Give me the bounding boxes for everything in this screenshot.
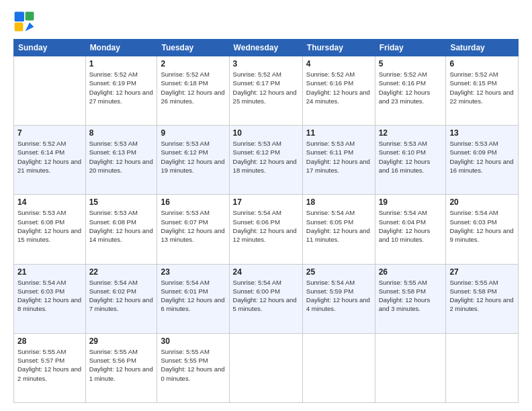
daylight-text: Daylight: 12 hours and 1 minute. xyxy=(89,365,154,383)
calendar-cell: 29 Sunrise: 5:55 AM Sunset: 5:56 PM Dayl… xyxy=(85,333,157,402)
calendar-cell: 24 Sunrise: 5:54 AM Sunset: 6:00 PM Dayl… xyxy=(229,264,302,333)
sunrise-text: Sunrise: 5:54 AM xyxy=(449,208,515,217)
sunrise-text: Sunrise: 5:54 AM xyxy=(379,208,443,217)
daylight-text: Daylight: 12 hours and 4 minutes. xyxy=(306,295,371,314)
calendar-week-0: 1 Sunrise: 5:52 AM Sunset: 6:19 PM Dayli… xyxy=(14,56,519,126)
col-header-saturday: Saturday xyxy=(446,40,519,56)
day-info: Sunrise: 5:54 AM Sunset: 6:04 PM Dayligh… xyxy=(379,208,443,244)
day-number: 7 xyxy=(17,128,82,138)
calendar-cell: 6 Sunrise: 5:52 AM Sunset: 6:15 PM Dayli… xyxy=(446,56,519,126)
daylight-text: Daylight: 12 hours and 3 minutes. xyxy=(379,295,443,314)
daylight-text: Daylight: 12 hours and 12 minutes. xyxy=(233,226,299,244)
day-info: Sunrise: 5:55 AM Sunset: 5:57 PM Dayligh… xyxy=(17,347,82,383)
day-number: 27 xyxy=(449,267,515,277)
calendar-cell: 12 Sunrise: 5:53 AM Sunset: 6:10 PM Dayl… xyxy=(375,126,446,195)
calendar-cell: 10 Sunrise: 5:53 AM Sunset: 6:12 PM Dayl… xyxy=(229,126,302,195)
col-header-tuesday: Tuesday xyxy=(157,40,229,56)
calendar-cell: 14 Sunrise: 5:53 AM Sunset: 6:08 PM Dayl… xyxy=(14,195,86,264)
day-info: Sunrise: 5:55 AM Sunset: 5:56 PM Dayligh… xyxy=(89,347,154,383)
sunset-text: Sunset: 6:08 PM xyxy=(89,218,154,226)
day-info: Sunrise: 5:53 AM Sunset: 6:12 PM Dayligh… xyxy=(233,139,299,175)
sunset-text: Sunset: 6:11 PM xyxy=(306,148,371,156)
day-info: Sunrise: 5:54 AM Sunset: 6:06 PM Dayligh… xyxy=(233,208,299,244)
col-header-friday: Friday xyxy=(375,40,446,56)
day-number: 17 xyxy=(233,197,299,207)
day-info: Sunrise: 5:53 AM Sunset: 6:08 PM Dayligh… xyxy=(17,208,82,244)
day-info: Sunrise: 5:52 AM Sunset: 6:16 PM Dayligh… xyxy=(379,70,443,105)
day-number: 4 xyxy=(306,59,371,68)
sunset-text: Sunset: 6:04 PM xyxy=(379,218,443,226)
col-header-sunday: Sunday xyxy=(14,40,86,56)
calendar-cell: 9 Sunrise: 5:53 AM Sunset: 6:12 PM Dayli… xyxy=(157,126,229,195)
sunrise-text: Sunrise: 5:53 AM xyxy=(89,139,154,148)
daylight-text: Daylight: 12 hours and 8 minutes. xyxy=(17,295,82,314)
day-number: 26 xyxy=(379,267,443,277)
calendar-cell: 27 Sunrise: 5:55 AM Sunset: 5:58 PM Dayl… xyxy=(446,264,519,333)
sunrise-text: Sunrise: 5:55 AM xyxy=(449,278,515,287)
sunset-text: Sunset: 6:00 PM xyxy=(233,287,299,295)
day-number: 29 xyxy=(89,336,154,346)
day-info: Sunrise: 5:52 AM Sunset: 6:18 PM Dayligh… xyxy=(161,70,225,105)
day-number: 13 xyxy=(449,128,515,138)
sunrise-text: Sunrise: 5:52 AM xyxy=(89,70,154,79)
sunrise-text: Sunrise: 5:55 AM xyxy=(89,347,154,356)
day-number: 10 xyxy=(233,128,299,138)
daylight-text: Daylight: 12 hours and 10 minutes. xyxy=(379,226,443,244)
day-number: 1 xyxy=(89,59,154,68)
svg-rect-2 xyxy=(15,23,24,32)
calendar-cell: 8 Sunrise: 5:53 AM Sunset: 6:13 PM Dayli… xyxy=(85,126,157,195)
day-info: Sunrise: 5:52 AM Sunset: 6:17 PM Dayligh… xyxy=(233,70,299,105)
day-info: Sunrise: 5:52 AM Sunset: 6:16 PM Dayligh… xyxy=(306,70,371,105)
calendar-cell: 18 Sunrise: 5:54 AM Sunset: 6:05 PM Dayl… xyxy=(302,195,375,264)
calendar-cell: 19 Sunrise: 5:54 AM Sunset: 6:04 PM Dayl… xyxy=(375,195,446,264)
daylight-text: Daylight: 12 hours and 16 minutes. xyxy=(379,157,443,175)
sunrise-text: Sunrise: 5:52 AM xyxy=(379,70,443,79)
daylight-text: Daylight: 12 hours and 13 minutes. xyxy=(161,226,225,244)
day-number: 19 xyxy=(379,197,443,207)
daylight-text: Daylight: 12 hours and 9 minutes. xyxy=(449,226,515,244)
day-info: Sunrise: 5:53 AM Sunset: 6:11 PM Dayligh… xyxy=(306,139,371,175)
sunrise-text: Sunrise: 5:52 AM xyxy=(233,70,299,79)
sunrise-text: Sunrise: 5:53 AM xyxy=(89,208,154,217)
sunset-text: Sunset: 6:15 PM xyxy=(449,79,515,87)
calendar-cell: 21 Sunrise: 5:54 AM Sunset: 6:03 PM Dayl… xyxy=(14,264,86,333)
daylight-text: Daylight: 12 hours and 25 minutes. xyxy=(233,88,299,106)
calendar-cell xyxy=(302,333,375,402)
sunrise-text: Sunrise: 5:53 AM xyxy=(449,139,515,148)
sunset-text: Sunset: 5:56 PM xyxy=(89,356,154,365)
calendar-week-4: 28 Sunrise: 5:55 AM Sunset: 5:57 PM Dayl… xyxy=(14,333,519,402)
daylight-text: Daylight: 12 hours and 5 minutes. xyxy=(233,295,299,314)
sunrise-text: Sunrise: 5:54 AM xyxy=(161,278,225,287)
calendar-cell: 25 Sunrise: 5:54 AM Sunset: 5:59 PM Dayl… xyxy=(302,264,375,333)
calendar-week-3: 21 Sunrise: 5:54 AM Sunset: 6:03 PM Dayl… xyxy=(14,264,519,333)
calendar-cell: 16 Sunrise: 5:53 AM Sunset: 6:07 PM Dayl… xyxy=(157,195,229,264)
calendar-cell: 11 Sunrise: 5:53 AM Sunset: 6:11 PM Dayl… xyxy=(302,126,375,195)
day-number: 28 xyxy=(17,336,82,346)
sunset-text: Sunset: 6:01 PM xyxy=(161,287,225,295)
daylight-text: Daylight: 12 hours and 26 minutes. xyxy=(161,88,225,106)
calendar-header-row: SundayMondayTuesdayWednesdayThursdayFrid… xyxy=(14,40,519,56)
day-number: 8 xyxy=(89,128,154,138)
sunset-text: Sunset: 5:57 PM xyxy=(17,356,82,365)
day-number: 20 xyxy=(449,197,515,207)
day-number: 16 xyxy=(161,197,225,207)
calendar-week-1: 7 Sunrise: 5:52 AM Sunset: 6:14 PM Dayli… xyxy=(14,126,519,195)
day-number: 2 xyxy=(161,59,225,68)
calendar-cell: 4 Sunrise: 5:52 AM Sunset: 6:16 PM Dayli… xyxy=(302,56,375,126)
sunset-text: Sunset: 6:03 PM xyxy=(449,218,515,226)
sunrise-text: Sunrise: 5:52 AM xyxy=(161,70,225,79)
sunrise-text: Sunrise: 5:53 AM xyxy=(161,139,225,148)
day-info: Sunrise: 5:52 AM Sunset: 6:14 PM Dayligh… xyxy=(17,139,82,175)
day-number: 12 xyxy=(379,128,443,138)
sunset-text: Sunset: 6:12 PM xyxy=(233,148,299,156)
day-info: Sunrise: 5:54 AM Sunset: 6:00 PM Dayligh… xyxy=(233,278,299,314)
day-info: Sunrise: 5:55 AM Sunset: 5:55 PM Dayligh… xyxy=(161,347,225,383)
sunrise-text: Sunrise: 5:54 AM xyxy=(306,208,371,217)
sunset-text: Sunset: 6:13 PM xyxy=(89,148,154,156)
svg-rect-0 xyxy=(15,12,24,21)
calendar-week-2: 14 Sunrise: 5:53 AM Sunset: 6:08 PM Dayl… xyxy=(14,195,519,264)
sunrise-text: Sunrise: 5:55 AM xyxy=(17,347,82,356)
sunset-text: Sunset: 6:03 PM xyxy=(17,287,82,295)
daylight-text: Daylight: 12 hours and 19 minutes. xyxy=(161,157,225,175)
sunrise-text: Sunrise: 5:54 AM xyxy=(306,278,371,287)
